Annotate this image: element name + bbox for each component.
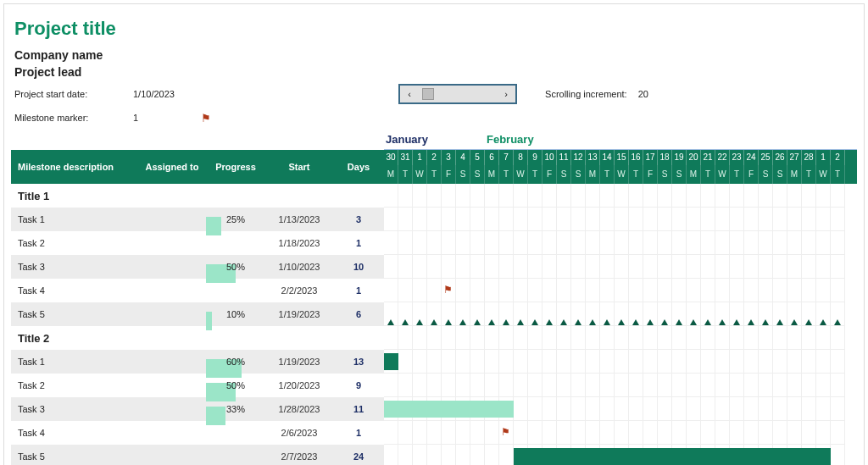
dow-cell: F	[744, 165, 759, 184]
dow-cell: W	[514, 165, 528, 184]
scroll-thumb[interactable]	[422, 88, 434, 100]
date-cell: 14	[600, 150, 615, 165]
date-cell: 13	[586, 150, 600, 165]
scroll-track[interactable]	[419, 88, 497, 100]
task-days: 1	[333, 238, 384, 248]
task-days: 10	[333, 262, 384, 272]
timeline-row	[384, 208, 857, 231]
dow-cell: T	[629, 165, 643, 184]
date-cell: 10	[542, 150, 557, 165]
task-start: 1/10/2023	[265, 262, 333, 272]
col-assigned: Assigned to	[138, 162, 206, 172]
date-cell: 25	[759, 150, 773, 165]
dow-cell: T	[701, 165, 715, 184]
dow-cell: M	[485, 165, 499, 184]
dow-cell: M	[687, 165, 701, 184]
task-progress: 25%	[206, 214, 265, 224]
timeline-row	[384, 350, 857, 374]
dow-cell: T	[730, 165, 744, 184]
timeline-row	[384, 397, 857, 421]
date-cell: 23	[730, 150, 744, 165]
task-progress: 33%	[206, 404, 265, 414]
date-cell: 4	[456, 150, 470, 165]
task-start: 2/6/2023	[265, 428, 333, 438]
date-cell: 28	[802, 150, 816, 165]
dow-cell: T	[427, 165, 442, 184]
dow-cell: T	[528, 165, 542, 184]
dow-cell: S	[773, 165, 787, 184]
date-cell: 26	[773, 150, 787, 165]
col-description: Milestone description	[11, 162, 138, 172]
task-row: Task 333%1/28/202311	[11, 397, 384, 421]
date-cell: 1	[816, 150, 831, 165]
dow-cell: W	[413, 165, 427, 184]
date-row: 3031123456789101112131415161718192021222…	[384, 150, 857, 165]
task-name: Task 1	[11, 357, 138, 367]
task-days: 3	[333, 214, 384, 224]
dow-cell: W	[615, 165, 629, 184]
task-progress: 50%	[206, 380, 265, 390]
date-cell: 27	[787, 150, 802, 165]
task-days: 1	[333, 285, 384, 296]
start-date-label: Project start date:	[14, 89, 133, 99]
date-cell: 19	[672, 150, 687, 165]
task-table: Milestone description Assigned to Progre…	[11, 133, 384, 465]
task-days: 11	[333, 404, 384, 414]
task-name: Task 1	[11, 214, 138, 224]
dow-cell: M	[384, 165, 398, 184]
dow-cell: S	[759, 165, 773, 184]
task-row: Task 125%1/13/20233	[11, 208, 384, 231]
task-days: 9	[333, 380, 384, 390]
dow-cell: T	[600, 165, 615, 184]
timeline-row	[384, 326, 857, 350]
flag-icon: ⚑	[201, 112, 211, 125]
task-days: 6	[333, 309, 384, 319]
task-days: 1	[333, 428, 384, 438]
dow-cell: M	[586, 165, 600, 184]
date-cell: 21	[701, 150, 715, 165]
task-start: 1/20/2023	[265, 380, 333, 390]
task-row: Task 42/2/20231	[11, 279, 384, 302]
timeline-row	[384, 184, 857, 208]
date-cell: 18	[658, 150, 672, 165]
task-row: Task 42/6/20231	[11, 421, 384, 445]
date-cell: 17	[643, 150, 658, 165]
timeline: January February 30311234567891011121314…	[384, 133, 857, 465]
timeline-row	[384, 302, 857, 326]
milestone-marker-label: Milestone marker:	[14, 113, 133, 123]
timeline-row: ⚑	[384, 279, 857, 302]
project-title: Project title	[14, 18, 857, 40]
dow-cell: S	[658, 165, 672, 184]
timeline-scrollbar[interactable]: ‹ ›	[398, 84, 517, 104]
dow-cell: T	[499, 165, 514, 184]
section-title: Title 1	[11, 190, 138, 202]
task-row: Task 160%1/19/202313	[11, 350, 384, 374]
col-start: Start	[265, 162, 333, 172]
task-days: 13	[333, 357, 384, 367]
dow-cell: S	[571, 165, 586, 184]
company-name: Company name	[14, 48, 857, 62]
gantt-bar	[384, 353, 398, 370]
timeline-row	[384, 255, 857, 279]
date-cell: 15	[615, 150, 629, 165]
project-frame: Project title Company name Project lead …	[3, 3, 865, 465]
scroll-left-button[interactable]: ‹	[400, 86, 419, 102]
task-progress: 10%	[206, 309, 265, 319]
task-name: Task 2	[11, 238, 138, 248]
date-cell: 2	[427, 150, 442, 165]
date-cell: 20	[687, 150, 701, 165]
task-name: Task 4	[11, 285, 138, 296]
flag-icon: ⚑	[443, 284, 453, 296]
task-start: 1/28/2023	[265, 404, 333, 414]
scroll-right-button[interactable]: ›	[497, 86, 515, 102]
date-cell: 11	[557, 150, 571, 165]
date-cell: 16	[629, 150, 643, 165]
dow-cell: S	[470, 165, 485, 184]
gantt-bar	[514, 448, 831, 465]
date-cell: 30	[384, 150, 398, 165]
date-cell: 5	[470, 150, 485, 165]
dow-row: MTWTFSSMTWTFSSMTWTFSSMTWTFSSMTWT	[384, 165, 857, 184]
dow-cell: T	[398, 165, 413, 184]
task-row: Task 350%1/10/202310	[11, 255, 384, 279]
task-start: 1/19/2023	[265, 357, 333, 367]
